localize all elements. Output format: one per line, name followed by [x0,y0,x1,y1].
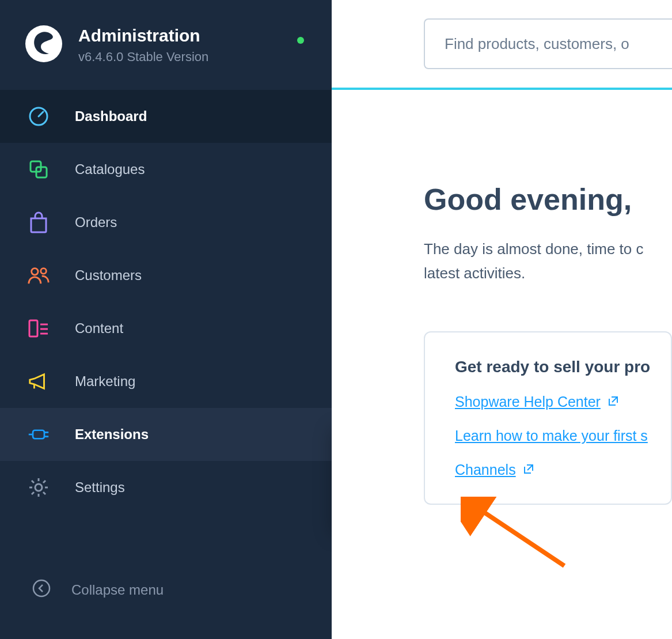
external-link-icon [608,395,619,409]
nav-item-extensions[interactable]: Extensions [0,408,332,461]
collapse-menu-button[interactable]: Collapse menu [0,564,332,616]
nav-label: Content [75,320,123,336]
getting-started-card: Get ready to sell your pro Shopware Help… [424,331,672,505]
brand-logo-icon [25,25,62,62]
nav: Dashboard Catalogues Orders [0,90,332,514]
nav-label: Dashboard [75,108,147,124]
svg-point-5 [41,269,47,274]
greeting-subtext: The day is almost done, time to c latest… [424,237,672,285]
chevron-left-circle-icon [32,579,51,601]
nav-label: Orders [75,214,117,230]
svg-point-0 [25,25,62,62]
collapse-label: Collapse menu [71,582,164,598]
svg-point-15 [33,580,50,596]
plug-icon [28,426,50,443]
card-title: Get ready to sell your pro [455,358,641,376]
first-sale-link-row: Learn how to make your first s [455,428,641,444]
brand-text: Administration v6.4.6.0 Stable Version [78,25,208,65]
svg-point-4 [32,269,38,275]
svg-rect-10 [33,430,44,438]
status-indicator-icon [297,37,304,44]
external-link-icon [523,463,534,477]
main-area: Good evening, The day is almost done, ti… [332,0,672,639]
first-sale-link[interactable]: Learn how to make your first s [455,428,648,444]
greeting-heading: Good evening, [424,182,672,217]
copy-icon [28,159,50,180]
layout-list-icon [28,319,50,338]
nav-item-marketing[interactable]: Marketing [0,355,332,408]
channels-link-row: Channels [455,462,641,478]
nav-item-orders[interactable]: Orders [0,196,332,249]
shopping-bag-icon [28,211,50,233]
nav-item-catalogues[interactable]: Catalogues [0,143,332,196]
megaphone-icon [28,372,50,391]
nav-label: Marketing [75,373,135,390]
svg-rect-6 [29,320,37,336]
help-center-link-row: Shopware Help Center [455,394,641,410]
nav-label: Customers [75,267,142,283]
search-bar [332,0,672,90]
sidebar: Administration v6.4.6.0 Stable Version D… [0,0,332,639]
help-center-link[interactable]: Shopware Help Center [455,394,601,410]
svg-point-14 [35,484,42,491]
nav-label: Catalogues [75,161,145,177]
users-icon [28,266,50,285]
nav-item-customers[interactable]: Customers [0,249,332,302]
nav-item-dashboard[interactable]: Dashboard [0,90,332,143]
dashboard-content: Good evening, The day is almost done, ti… [332,90,672,505]
brand-title: Administration [78,25,208,46]
channels-link[interactable]: Channels [455,462,516,478]
gear-icon [28,477,50,498]
nav-item-content[interactable]: Content [0,302,332,355]
gauge-icon [28,106,50,127]
nav-item-settings[interactable]: Settings [0,461,332,514]
nav-label: Settings [75,479,125,496]
nav-label: Extensions [75,426,149,443]
brand-header: Administration v6.4.6.0 Stable Version [0,0,332,90]
global-search-input[interactable] [424,18,672,69]
brand-version: v6.4.6.0 Stable Version [78,50,208,65]
